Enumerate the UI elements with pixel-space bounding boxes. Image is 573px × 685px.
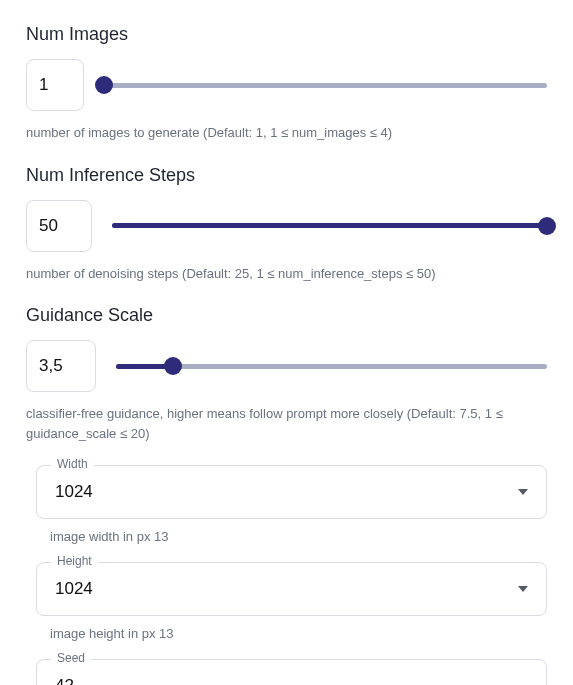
height-group: Height 1024 image height in px 13 bbox=[36, 562, 547, 641]
slider-fill bbox=[112, 223, 547, 228]
guidance-section: Guidance Scale classifier-free guidance,… bbox=[26, 305, 547, 443]
height-inner: 1024 bbox=[37, 563, 546, 615]
num-images-section: Num Images number of images to generate … bbox=[26, 24, 547, 143]
num-images-input[interactable] bbox=[26, 59, 84, 111]
seed-group: Seed random seed, empty means random (De… bbox=[36, 659, 547, 685]
width-select[interactable]: Width 1024 bbox=[36, 465, 547, 519]
width-value: 1024 bbox=[55, 482, 93, 502]
seed-input[interactable] bbox=[55, 676, 528, 685]
guidance-input[interactable] bbox=[26, 340, 96, 392]
height-desc: image height in px 13 bbox=[50, 626, 547, 641]
height-legend: Height bbox=[51, 554, 98, 568]
guidance-title: Guidance Scale bbox=[26, 305, 547, 326]
chevron-down-icon bbox=[518, 489, 528, 495]
width-inner: 1024 bbox=[37, 466, 546, 518]
seed-field[interactable]: Seed bbox=[36, 659, 547, 685]
slider-thumb[interactable] bbox=[538, 217, 556, 235]
num-steps-desc: number of denoising steps (Default: 25, … bbox=[26, 264, 547, 284]
guidance-desc: classifier-free guidance, higher means f… bbox=[26, 404, 547, 443]
num-images-title: Num Images bbox=[26, 24, 547, 45]
height-select[interactable]: Height 1024 bbox=[36, 562, 547, 616]
num-images-slider[interactable] bbox=[104, 75, 547, 95]
width-legend: Width bbox=[51, 457, 94, 471]
num-steps-title: Num Inference Steps bbox=[26, 165, 547, 186]
width-group: Width 1024 image width in px 13 bbox=[36, 465, 547, 544]
height-value: 1024 bbox=[55, 579, 93, 599]
chevron-down-icon bbox=[518, 586, 528, 592]
num-steps-input[interactable] bbox=[26, 200, 92, 252]
num-images-desc: number of images to generate (Default: 1… bbox=[26, 123, 547, 143]
width-desc: image width in px 13 bbox=[50, 529, 547, 544]
slider-thumb[interactable] bbox=[164, 357, 182, 375]
seed-legend: Seed bbox=[51, 651, 91, 665]
slider-thumb[interactable] bbox=[95, 76, 113, 94]
guidance-slider[interactable] bbox=[116, 356, 547, 376]
seed-inner bbox=[37, 660, 546, 685]
num-steps-row bbox=[26, 200, 547, 252]
num-images-row bbox=[26, 59, 547, 111]
guidance-row bbox=[26, 340, 547, 392]
slider-track bbox=[104, 83, 547, 88]
num-steps-slider[interactable] bbox=[112, 216, 547, 236]
num-steps-section: Num Inference Steps number of denoising … bbox=[26, 165, 547, 284]
